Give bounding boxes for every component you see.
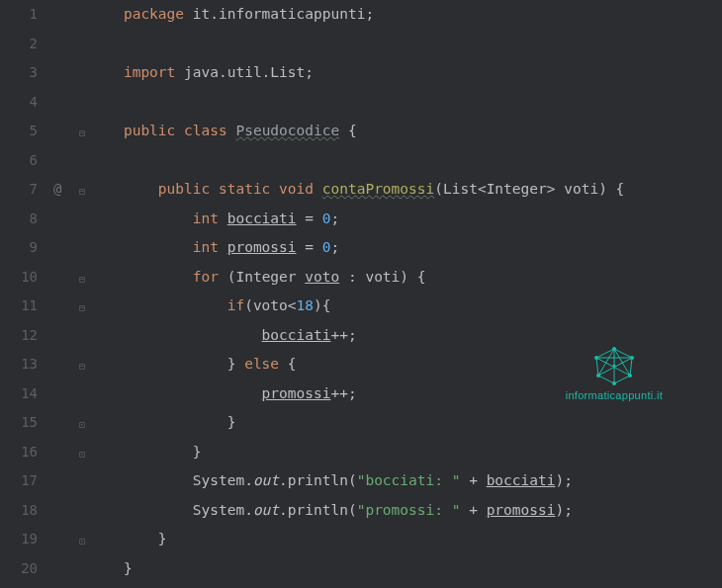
token-text (314, 210, 322, 226)
token-underl: bocciati (487, 472, 556, 488)
token-text: voti (555, 181, 598, 197)
code-line[interactable]: } (89, 525, 722, 554)
token-num: 18 (297, 297, 314, 313)
token-str: "promossi: " (357, 502, 461, 518)
code-line[interactable] (89, 88, 722, 118)
token-text (235, 356, 244, 372)
token-text (89, 444, 193, 460)
fold-toggle-icon[interactable]: ⊡ (79, 527, 85, 556)
code-area[interactable]: informaticappunti.it package it.informat… (89, 0, 722, 588)
fold-toggle-icon[interactable]: ⊟ (79, 265, 85, 294)
code-line[interactable]: int promossi = 0; (89, 233, 722, 263)
line-number-gutter: 1234567891011121314151617181920 (0, 0, 47, 588)
line-number: 2 (0, 30, 38, 59)
code-line[interactable]: } (89, 408, 722, 438)
gutter-icon-row (47, 233, 89, 263)
override-icon[interactable]: @ (53, 175, 61, 205)
token-punct: { (322, 297, 331, 313)
token-punct: } (158, 531, 167, 546)
token-punct: ; (348, 385, 357, 401)
token-underl: promossi (487, 502, 556, 518)
token-text (175, 64, 184, 80)
code-line[interactable]: public class Pseudocodice { (89, 117, 722, 146)
code-line[interactable]: public static void contaPromossi(List<In… (89, 175, 722, 205)
fold-toggle-icon[interactable]: ⊟ (79, 352, 85, 381)
token-kw: class (184, 123, 227, 138)
line-number: 19 (0, 525, 38, 554)
fold-toggle-icon[interactable]: ⊟ (79, 177, 85, 207)
gutter-icon-row: ⊡ (47, 525, 89, 554)
code-line[interactable]: package it.informaticappunti; (89, 0, 722, 30)
gutter-icon-row: ⊟ (47, 117, 89, 146)
token-text (89, 472, 193, 488)
token-punct: ( (244, 297, 253, 313)
gutter-icon-row (47, 88, 89, 118)
code-line[interactable]: for (Integer voto : voti) { (89, 263, 722, 293)
fold-toggle-icon[interactable]: ⊡ (79, 410, 85, 440)
line-number: 18 (0, 496, 38, 526)
gutter-icon-row (47, 321, 89, 351)
code-line[interactable] (89, 146, 722, 176)
gutter-icon-row (47, 496, 89, 526)
token-text (607, 181, 616, 197)
token-kw: public (158, 181, 210, 197)
line-number: 11 (0, 292, 38, 321)
token-punct: { (616, 181, 625, 197)
token-pkg: it.informaticappunti (193, 6, 366, 22)
gutter-icon-row (47, 58, 89, 88)
code-line[interactable]: promossi++; (89, 379, 722, 409)
line-number: 9 (0, 233, 38, 263)
token-text (339, 269, 348, 285)
token-punct: . (244, 472, 253, 488)
gutter-icon-row (47, 466, 89, 496)
line-number: 8 (0, 205, 38, 234)
fold-toggle-icon[interactable]: ⊟ (79, 294, 85, 323)
line-number: 10 (0, 263, 38, 293)
code-line[interactable]: } else { (89, 350, 722, 379)
token-underl: bocciati (227, 210, 297, 226)
token-kw: package (124, 6, 184, 22)
code-line[interactable]: import java.util.List; (89, 58, 722, 88)
code-line[interactable]: if(voto<18){ (89, 292, 722, 321)
token-text: voti (357, 269, 401, 285)
token-underl: voto (305, 269, 339, 285)
token-text (89, 269, 193, 285)
code-line[interactable]: bocciati++; (89, 321, 722, 351)
code-line[interactable]: } (89, 438, 722, 467)
token-text (478, 472, 487, 488)
token-type: System (193, 472, 244, 488)
token-text (270, 181, 279, 197)
fold-gutter: ⊟@⊟⊟⊟⊟⊡⊡⊡ (47, 0, 89, 588)
token-text (89, 239, 193, 255)
token-punct: ) (555, 472, 564, 488)
token-text: voto (253, 297, 288, 313)
token-kw: for (193, 269, 219, 285)
token-punct: . (244, 502, 253, 518)
fold-toggle-icon[interactable]: ⊟ (79, 119, 85, 148)
gutter-icon-row: ⊡ (47, 408, 89, 438)
token-cls: Pseudocodice (235, 123, 339, 138)
code-editor: 1234567891011121314151617181920 ⊟@⊟⊟⊟⊟⊡⊡… (0, 0, 722, 588)
line-number: 3 (0, 58, 38, 88)
token-field: out (253, 502, 279, 518)
line-number: 14 (0, 379, 38, 409)
code-line[interactable]: } (89, 554, 722, 584)
token-type: System (193, 502, 244, 518)
code-line[interactable] (89, 30, 722, 59)
token-text (314, 181, 322, 197)
token-pkg: java.util.List (184, 64, 305, 80)
token-text (89, 356, 227, 372)
token-kw: void (279, 181, 314, 197)
code-line[interactable]: System.out.println("bocciati: " + boccia… (89, 466, 722, 496)
token-type: Integer (235, 269, 296, 285)
token-str: "bocciati: " (357, 472, 461, 488)
fold-toggle-icon[interactable]: ⊡ (79, 440, 85, 469)
gutter-icon-row (47, 554, 89, 584)
token-text (89, 210, 193, 226)
token-op: = (305, 239, 314, 255)
token-punct: ; (305, 64, 314, 80)
token-op: + (469, 502, 478, 518)
line-number: 13 (0, 350, 38, 379)
code-line[interactable]: int bocciati = 0; (89, 205, 722, 234)
code-line[interactable]: System.out.println("promossi: " + promos… (89, 496, 722, 526)
